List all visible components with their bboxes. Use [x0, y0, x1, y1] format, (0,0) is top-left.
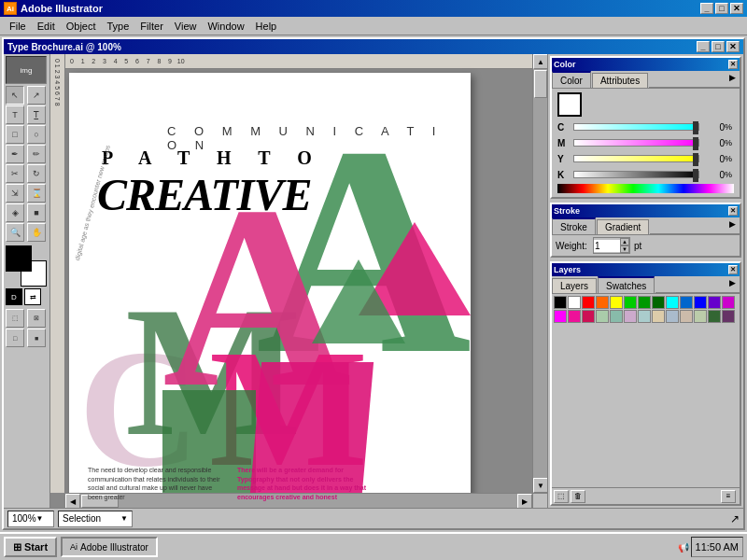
- rotate-tool[interactable]: ↻: [27, 164, 46, 183]
- yellow-slider[interactable]: [573, 155, 699, 162]
- scroll-up-button[interactable]: ▲: [533, 54, 547, 69]
- mode-dropdown-arrow[interactable]: ▼: [120, 514, 128, 523]
- menu-window[interactable]: Window: [202, 19, 249, 34]
- swatch-17[interactable]: [610, 310, 623, 323]
- swatch-22[interactable]: [680, 310, 693, 323]
- swatch-6[interactable]: [638, 296, 651, 309]
- minimize-button[interactable]: _: [700, 3, 713, 14]
- weight-increment[interactable]: ▲: [620, 238, 629, 245]
- doc-maximize-button[interactable]: □: [712, 41, 725, 52]
- paint-bucket[interactable]: ◈: [6, 203, 24, 222]
- swatch-23[interactable]: [694, 310, 707, 323]
- yellow-slider-thumb[interactable]: [693, 153, 698, 166]
- vertical-scrollbar[interactable]: ▲ ▼: [532, 54, 547, 493]
- panel-options-button[interactable]: ≡: [721, 490, 736, 503]
- delete-swatch-button[interactable]: 🗑: [571, 490, 585, 503]
- scroll-right-button[interactable]: ▶: [517, 494, 532, 508]
- swatch-13[interactable]: [554, 310, 567, 323]
- ellipse-tool[interactable]: ○: [27, 125, 46, 144]
- zoom-dropdown-arrow[interactable]: ▼: [36, 514, 44, 523]
- layers-panel-close[interactable]: ✕: [728, 265, 738, 274]
- tab-gradient[interactable]: Gradient: [597, 219, 649, 234]
- swatch-8[interactable]: [666, 296, 679, 309]
- swatch-24[interactable]: [708, 310, 721, 323]
- screen-mode-normal[interactable]: □: [6, 329, 24, 347]
- swatch-9[interactable]: [680, 296, 693, 309]
- black-slider-thumb[interactable]: [693, 169, 698, 182]
- zoom-control[interactable]: 100% ▼: [7, 511, 54, 527]
- swatch-18[interactable]: [624, 310, 637, 323]
- menu-object[interactable]: Object: [61, 19, 102, 34]
- scroll-thumb-v[interactable]: [534, 70, 547, 98]
- start-button[interactable]: ⊞ Start: [4, 537, 57, 557]
- fill-none[interactable]: ⬚: [6, 309, 24, 328]
- zoom-tool[interactable]: 🔍: [6, 223, 24, 242]
- foreground-color-box[interactable]: [6, 245, 32, 272]
- weight-decrement[interactable]: ▼: [620, 245, 629, 253]
- swatch-2[interactable]: [582, 296, 595, 309]
- swap-colors-button[interactable]: ⇄: [24, 288, 41, 305]
- swatch-11[interactable]: [708, 296, 721, 309]
- weight-control[interactable]: ▲ ▼: [593, 237, 630, 254]
- menu-help[interactable]: Help: [250, 19, 283, 34]
- menu-file[interactable]: File: [4, 19, 32, 34]
- swatch-15[interactable]: [582, 310, 595, 323]
- swatch-0[interactable]: [554, 296, 567, 309]
- black-slider[interactable]: [573, 171, 699, 178]
- doc-close-button[interactable]: ✕: [726, 41, 740, 52]
- magenta-slider[interactable]: [573, 139, 699, 147]
- stroke-panel-close[interactable]: ✕: [728, 206, 738, 216]
- area-type-tool[interactable]: T̲: [27, 105, 46, 124]
- color-panel-menu[interactable]: ▶: [726, 71, 740, 88]
- pencil-tool[interactable]: ✏: [27, 145, 46, 163]
- swatch-3[interactable]: [596, 296, 609, 309]
- tab-stroke[interactable]: Stroke: [552, 217, 596, 234]
- menu-edit[interactable]: Edit: [32, 19, 61, 34]
- menu-type[interactable]: Type: [102, 19, 135, 34]
- screen-mode-full[interactable]: ■: [27, 329, 46, 347]
- cyan-slider[interactable]: [573, 123, 699, 131]
- swatch-21[interactable]: [666, 310, 679, 323]
- new-swatch-button[interactable]: ⬚: [554, 490, 569, 503]
- pen-tool[interactable]: ✒: [6, 145, 24, 163]
- tab-swatches[interactable]: Swatches: [598, 276, 655, 293]
- swatch-7[interactable]: [652, 296, 665, 309]
- default-colors-button[interactable]: D: [6, 288, 22, 305]
- stroke-fill-toggle[interactable]: ⊠: [27, 309, 46, 328]
- layers-panel-menu[interactable]: ▶: [726, 276, 740, 293]
- blend-tool[interactable]: ⌛: [27, 184, 46, 203]
- mode-selector[interactable]: Selection ▼: [58, 511, 133, 527]
- swatch-25[interactable]: [722, 310, 735, 323]
- menu-filter[interactable]: Filter: [134, 19, 168, 34]
- scale-tool[interactable]: ⇲: [6, 184, 24, 203]
- swatch-20[interactable]: [652, 310, 665, 323]
- swatch-16[interactable]: [596, 310, 609, 323]
- color-panel-close[interactable]: ✕: [728, 60, 738, 69]
- weight-input[interactable]: [594, 240, 620, 252]
- swatch-12[interactable]: [722, 296, 735, 309]
- stroke-panel-menu[interactable]: ▶: [726, 217, 740, 234]
- gradient-tool[interactable]: ■: [27, 203, 46, 222]
- select-tool[interactable]: ↖: [6, 86, 24, 105]
- cyan-slider-thumb[interactable]: [693, 121, 698, 134]
- maximize-button[interactable]: □: [715, 3, 728, 14]
- taskbar-app-item[interactable]: Ai Adobe Illustrator: [61, 537, 158, 557]
- doc-minimize-button[interactable]: _: [697, 41, 710, 52]
- type-tool[interactable]: T: [6, 105, 24, 124]
- hand-tool[interactable]: ✋: [27, 223, 46, 242]
- rect-tool[interactable]: □: [6, 125, 24, 144]
- color-spectrum[interactable]: [557, 184, 734, 193]
- current-color-swatch[interactable]: [557, 92, 582, 117]
- tab-attributes[interactable]: Attributes: [592, 73, 648, 88]
- scissors-tool[interactable]: ✂: [6, 164, 24, 183]
- swatch-1[interactable]: [568, 296, 581, 309]
- menu-view[interactable]: View: [169, 19, 203, 34]
- magenta-slider-thumb[interactable]: [693, 137, 698, 150]
- swatch-5[interactable]: [624, 296, 637, 309]
- tab-layers[interactable]: Layers: [552, 278, 597, 293]
- swatch-10[interactable]: [694, 296, 707, 309]
- scroll-down-button[interactable]: ▼: [533, 478, 547, 493]
- scroll-left-button[interactable]: ◀: [65, 494, 80, 508]
- direct-select-tool[interactable]: ↗: [27, 86, 46, 105]
- scroll-track-v[interactable]: [533, 69, 547, 478]
